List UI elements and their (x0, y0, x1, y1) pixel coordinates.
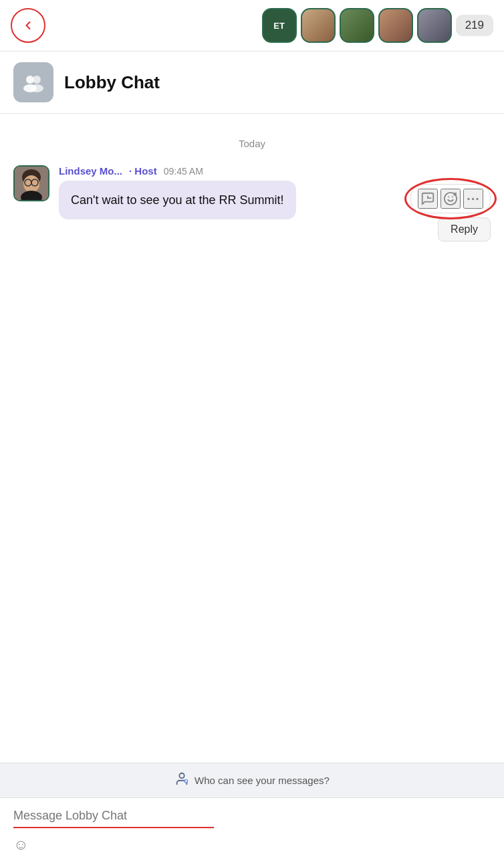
svg-point-18 (179, 773, 184, 777)
message-input-area: ☺ (0, 797, 504, 868)
channel-header: Lobby Chat (0, 52, 504, 114)
message-host-badge: · Host (129, 165, 157, 177)
back-button[interactable] (11, 8, 45, 43)
message-time: 09:45 AM (164, 166, 203, 177)
reply-button[interactable]: Reply (438, 217, 491, 242)
input-footer: ☺ (13, 828, 491, 856)
message-input[interactable] (13, 809, 491, 823)
avatar-et-label: ET (273, 21, 285, 31)
avatar-2[interactable] (301, 8, 336, 43)
message-text: Can't wait to see you at the RR Summit! (71, 193, 284, 207)
message-row: Lindsey Mo... · Host 09:45 AM Can't wait… (13, 165, 491, 219)
message-bubble: Can't wait to see you at the RR Summit! (59, 181, 296, 219)
member-avatars: ET 219 (262, 8, 493, 43)
messages-area: Today (0, 114, 504, 496)
action-group: ··· (410, 184, 491, 213)
top-bar: ET 219 (0, 0, 504, 52)
svg-point-1 (33, 76, 41, 84)
message-actions: ··· Reply (410, 184, 491, 242)
avatar-et[interactable]: ET (262, 8, 297, 43)
date-divider: Today (13, 138, 491, 149)
message-avatar (13, 165, 49, 201)
privacy-icon (174, 771, 189, 789)
thread-reply-icon-button[interactable] (418, 189, 438, 209)
channel-title: Lobby Chat (64, 72, 160, 93)
svg-point-3 (30, 84, 43, 92)
emoji-icon: ☺ (13, 836, 28, 853)
channel-icon (13, 62, 53, 102)
privacy-bar[interactable]: Who can see your messages? (0, 763, 504, 797)
avatar-3[interactable] (340, 8, 374, 43)
member-count-badge[interactable]: 219 (456, 15, 493, 36)
message-author: Lindsey Mo... (59, 165, 122, 177)
emoji-react-button[interactable] (440, 189, 461, 209)
avatar-5[interactable] (417, 8, 452, 43)
message-avatar-image (15, 167, 48, 200)
more-options-button[interactable]: ··· (463, 189, 483, 209)
emoji-picker-button[interactable]: ☺ (13, 836, 28, 854)
avatar-4[interactable] (378, 8, 413, 43)
privacy-text: Who can see your messages? (195, 775, 330, 786)
message-meta: Lindsey Mo... · Host 09:45 AM (59, 165, 491, 177)
